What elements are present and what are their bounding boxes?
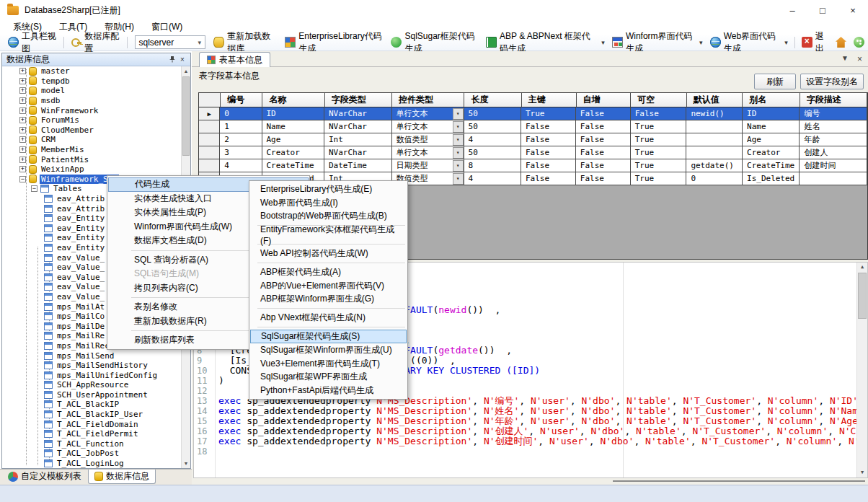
chevron-down-icon[interactable]: ▾	[453, 147, 464, 159]
grid-cell[interactable]: CreateTime	[262, 159, 325, 172]
grid-cell[interactable]: False	[521, 159, 576, 172]
tree-item-database[interactable]: +CloudMember	[2, 126, 181, 136]
tab-table-basic-info[interactable]: 表基本信息	[199, 52, 270, 67]
grid-cell[interactable]: ID	[262, 107, 325, 120]
home-button[interactable]	[832, 35, 850, 50]
db-type-combo[interactable]: sqlserver▾	[135, 35, 206, 49]
grid-cell[interactable]: True	[631, 120, 687, 133]
grid-cell[interactable]: Int	[324, 133, 392, 146]
tab-close-icon[interactable]: ×	[857, 54, 862, 64]
scroll-up-icon[interactable]: ▲	[182, 66, 190, 76]
grid-column-header[interactable]: 别名	[743, 93, 800, 107]
grid-cell[interactable]: False	[521, 133, 576, 146]
grid-cell[interactable]: 4	[464, 172, 521, 185]
control-type-combobox[interactable]: 单行文本▾	[392, 107, 464, 120]
submenu-item[interactable]: EntityFramework实体框架代码生成(F)	[250, 228, 407, 242]
grid-cell[interactable]: NVarChar	[324, 146, 392, 159]
maximize-button[interactable]: □	[807, 0, 838, 20]
tree-item-table[interactable]: T_ACL_BlackIP_User	[2, 410, 181, 420]
control-type-combobox[interactable]: 数值类型▾	[392, 133, 464, 146]
tree-expander-icon[interactable]: +	[19, 136, 26, 143]
control-type-combobox[interactable]: 单行文本▾	[392, 120, 464, 133]
abp-codegen-button[interactable]: ABP & ABPNext 框架代码生成▾	[482, 35, 608, 50]
grid-column-header[interactable]: 字段类型	[325, 93, 392, 107]
chevron-down-icon[interactable]: ▾	[784, 39, 788, 46]
dock-tab-inactive[interactable]: 自定义模板列表	[1, 470, 88, 484]
submenu-item[interactable]: Python+FastApi后端代码生成	[250, 384, 407, 397]
grid-column-header[interactable]: 主键	[522, 93, 577, 107]
set-field-alias-button[interactable]: 设置字段别名	[800, 74, 864, 89]
chevron-down-icon[interactable]: ▾	[453, 134, 464, 146]
tree-item-database[interactable]: +CRM	[2, 135, 181, 145]
grid-cell[interactable]: CreateTime	[743, 159, 800, 172]
grid-cell[interactable]: DateTime	[324, 159, 392, 172]
grid-cell[interactable]: 4	[464, 133, 521, 146]
tree-expander-icon[interactable]: +	[19, 87, 26, 94]
tree-item-database[interactable]: +PatientMis	[2, 154, 181, 164]
chevron-down-icon[interactable]: ▾	[453, 160, 464, 172]
grid-cell[interactable]: 3	[220, 146, 262, 159]
grid-cell[interactable]: True	[631, 146, 687, 159]
tree-item-table[interactable]: mps_MailUnifiedConfig	[2, 370, 181, 380]
tree-expander-icon[interactable]: +	[19, 107, 26, 114]
tree-expander-icon[interactable]: +	[19, 146, 26, 153]
grid-cell[interactable]: 年龄	[800, 133, 867, 146]
table-row[interactable]: ▶0IDNVarChar单行文本▾50TrueFalseFalsenewid()…	[199, 107, 867, 120]
tree-item-database[interactable]: +MemberMis	[2, 145, 181, 155]
tree-expander-icon[interactable]: +	[19, 157, 26, 163]
grid-cell[interactable]: 编号	[800, 107, 867, 120]
refresh-button[interactable]: 刷新	[754, 74, 796, 89]
tree-expander-icon[interactable]: +	[19, 166, 26, 172]
scroll-down-icon[interactable]: ▼	[182, 459, 190, 468]
chevron-down-icon[interactable]: ▾	[699, 39, 703, 46]
tree-item-table[interactable]: T_ACL_JobPost	[2, 449, 181, 459]
scroll-up-icon[interactable]: ▲	[857, 263, 867, 272]
grid-cell[interactable]: 2	[220, 133, 262, 146]
chevron-down-icon[interactable]: ▾	[601, 39, 605, 46]
grid-cell[interactable]: Age	[262, 133, 325, 146]
grid-cell[interactable]: False	[521, 172, 576, 185]
submenu-item[interactable]: ABP框架Winform界面生成(G)	[250, 293, 407, 307]
tree-expander-icon[interactable]: +	[19, 117, 26, 123]
grid-cell[interactable]: NVarChar	[324, 120, 392, 133]
tree-item-database[interactable]: +WinFramework	[2, 105, 181, 115]
tree-expander-icon[interactable]: +	[19, 68, 26, 74]
submenu-item[interactable]: Web API控制器代码生成(W)	[250, 247, 407, 260]
tree-item-table[interactable]: mps_MailSendHistory	[2, 361, 181, 371]
grid-cell[interactable]: True	[631, 172, 687, 185]
toolbar-view-button[interactable]: 工具栏视图	[4, 35, 61, 50]
share-button[interactable]	[850, 35, 868, 50]
grid-cell[interactable]: True	[631, 133, 687, 146]
submenu-item[interactable]: Bootstrap的Web界面代码生成(B)	[250, 210, 407, 224]
grid-cell[interactable]: False	[631, 107, 687, 120]
submenu-item[interactable]: SqlSugar框架Winform界面生成(U)	[250, 343, 407, 357]
menubar-item[interactable]: 窗口(W)	[143, 19, 191, 35]
grid-column-header[interactable]: 编号	[221, 93, 262, 107]
tree-item-table[interactable]: T_ACL_LoginLog	[2, 459, 181, 468]
grid-column-header[interactable]: 默认值	[687, 93, 743, 107]
grid-cell[interactable]: False	[576, 133, 631, 146]
grid-column-header[interactable]: 可空	[631, 93, 687, 107]
tree-expander-icon[interactable]: −	[19, 176, 26, 182]
web-codegen-button[interactable]: Web界面代码生成▾	[707, 35, 792, 50]
panel-close-icon[interactable]: ×	[177, 56, 187, 63]
tree-item-database[interactable]: +msdb	[2, 96, 181, 106]
grid-column-header[interactable]: 控件类型	[392, 93, 464, 107]
horizontal-scrollbar-thumb[interactable]	[613, 480, 865, 482]
minimize-button[interactable]: –	[777, 0, 807, 20]
tree-item-table[interactable]: T_ACL_FieldPermit	[2, 429, 181, 439]
grid-cell[interactable]	[800, 172, 867, 185]
chevron-down-icon[interactable]: ▾	[453, 121, 464, 133]
grid-cell[interactable]: Creator	[743, 146, 800, 159]
grid-cell[interactable]: False	[576, 172, 631, 185]
tree-expander-icon[interactable]: −	[31, 185, 37, 192]
chevron-down-icon[interactable]: ▾	[453, 108, 464, 120]
grid-column-header[interactable]: 长度	[464, 93, 521, 107]
grid-cell[interactable]: True	[631, 159, 687, 172]
grid-cell[interactable]: False	[576, 120, 631, 133]
submenu-item[interactable]: Abp VNext框架代码生成(N)	[250, 311, 407, 325]
tree-item-database[interactable]: +ForumMis	[2, 115, 181, 126]
grid-cell[interactable]: False	[576, 146, 631, 159]
table-row[interactable]: 4CreateTimeDateTime日期类型▾8FalseFalseTrueg…	[199, 159, 867, 172]
grid-cell[interactable]: Name	[262, 120, 325, 133]
